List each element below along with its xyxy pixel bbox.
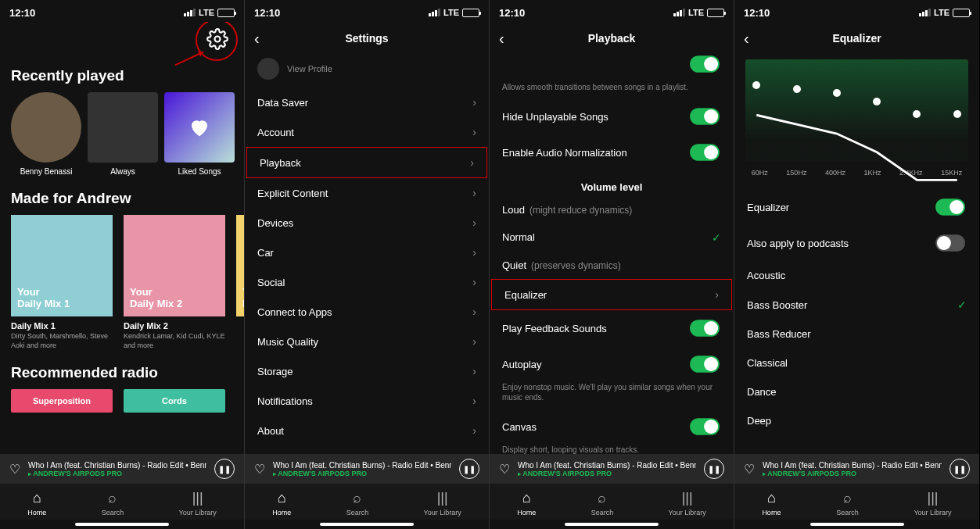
pause-icon[interactable]: ❚❚ [214,459,235,479]
chevron-right-icon: › [472,96,476,109]
back-icon[interactable]: ‹ [499,30,504,48]
heart-icon[interactable]: ♡ [254,462,265,477]
canvas-row: Canvas [490,409,734,445]
tab-home[interactable]: ⌂Home [272,490,291,516]
daily-mix-item[interactable]: Your Daily Mix 2Daily Mix 2Kendrick Lama… [124,215,225,350]
settings-item-playback[interactable]: Playback› [246,147,487,178]
search-icon: ⌕ [108,490,117,506]
recently-played-title: Recently played [0,56,244,89]
toggle-switch[interactable] [690,418,720,435]
bottom-area: ♡ Who I Am (feat. Christian Burns) - Rad… [0,454,244,529]
preset-bass-booster[interactable]: Bass Booster✓ [734,290,979,320]
recently-played-item[interactable]: Benny Benassi [11,92,81,176]
eq-node[interactable] [793,85,801,93]
home-indicator [75,523,169,526]
svg-point-0 [215,37,221,42]
toggle-switch[interactable] [690,320,720,337]
settings-item-social[interactable]: Social› [245,267,489,297]
tab-search[interactable]: ⌕Search [836,490,859,516]
heart-icon[interactable]: ♡ [744,462,755,477]
settings-item-about[interactable]: About› [245,416,489,445]
eq-node[interactable] [752,81,760,89]
settings-item-car[interactable]: Car› [245,238,489,267]
chevron-right-icon: › [472,395,476,407]
tab-home[interactable]: ⌂Home [762,490,781,516]
hide-unplayable-row: Hide Unplayable Songs [490,98,734,134]
statusbar: 12:10 LTE [245,0,489,22]
battery-icon [217,9,235,17]
check-icon: ✓ [957,298,967,311]
toggle-switch[interactable] [935,198,965,216]
settings-item-connect-to-apps[interactable]: Connect to Apps› [245,297,489,327]
toggle-switch[interactable] [690,356,720,373]
heart-icon[interactable]: ♡ [499,462,510,477]
preset-classical[interactable]: Classical [734,348,979,377]
settings-gear-icon[interactable] [206,28,228,50]
preset-bass-reducer[interactable]: Bass Reducer [734,320,979,348]
settings-item-storage[interactable]: Storage› [245,356,489,386]
preset-dance[interactable]: Dance [734,377,979,406]
chevron-right-icon: › [472,276,476,288]
made-for-title: Made for Andrew [0,179,244,212]
now-playing-bar[interactable]: ♡Who I Am (feat. Christian Burns) - Radi… [490,454,734,484]
tab-library[interactable]: |||Your Library [914,490,951,516]
tab-home[interactable]: ⌂Home [27,490,46,516]
pause-icon[interactable]: ❚❚ [949,459,970,479]
screen-playback: 12:10LTE ‹Playback Allows smooth transit… [490,0,734,529]
equalizer-graph[interactable] [745,59,968,161]
tab-search[interactable]: ⌕Search [591,490,614,516]
toggle-switch[interactable] [690,144,720,161]
recently-played-item[interactable]: Always [88,92,158,176]
preset-deep[interactable]: Deep [734,406,979,435]
eq-node[interactable] [833,89,841,97]
radio-item[interactable]: Cords [124,389,225,413]
chevron-right-icon: › [472,335,476,348]
statusbar: 12:10 LTE [0,0,244,22]
daily-mix-item[interactable]: Your Daily Mix 1Daily Mix 1Dirty South, … [11,215,113,350]
eq-node[interactable] [913,110,921,118]
settings-item-music-quality[interactable]: Music Quality› [245,327,489,356]
tab-search[interactable]: ⌕Search [102,490,124,516]
volume-quiet[interactable]: Quiet(preserves dynamics) [490,252,734,279]
autoplay-row: Autoplay [490,346,734,382]
chevron-right-icon: › [472,246,476,259]
equalizer-row[interactable]: Equalizer› [491,279,732,310]
eq-node[interactable] [873,98,881,105]
profile-row[interactable]: View Profile [245,55,489,88]
recently-played-item[interactable]: Liked Songs [164,92,235,176]
tab-home[interactable]: ⌂Home [517,490,536,516]
now-playing-bar[interactable]: ♡Who I Am (feat. Christian Burns) - Radi… [734,454,979,484]
normalization-row: Enable Audio Normalization [490,134,734,170]
pause-icon[interactable]: ❚❚ [459,459,479,479]
back-icon[interactable]: ‹ [744,30,749,48]
now-playing-bar[interactable]: ♡Who I Am (feat. Christian Burns) - Radi… [245,454,489,484]
gapless-toggle-row [490,55,734,82]
now-playing-bar[interactable]: ♡ Who I Am (feat. Christian Burns) - Rad… [0,454,244,484]
chevron-right-icon: › [470,156,474,169]
status-time: 12:10 [9,7,35,19]
heart-icon[interactable]: ♡ [9,462,20,477]
tab-library[interactable]: |||Your Library [424,490,461,516]
daily-mix-item[interactable]: Y D [236,215,244,350]
settings-item-data-saver[interactable]: Data Saver› [245,88,489,117]
chevron-right-icon: › [472,365,476,377]
page-title: Playback [588,32,636,45]
pause-icon[interactable]: ❚❚ [704,459,724,479]
tab-library[interactable]: |||Your Library [669,490,706,516]
settings-item-notifications[interactable]: Notifications› [245,386,489,416]
volume-normal[interactable]: Normal✓ [490,223,734,252]
toggle-switch[interactable] [935,234,965,252]
radio-item[interactable]: Superposition [11,389,113,413]
volume-loud[interactable]: Loud(might reduce dynamics) [490,196,734,223]
toggle-switch[interactable] [690,108,720,125]
settings-item-explicit-content[interactable]: Explicit Content› [245,178,489,208]
tab-library[interactable]: |||Your Library [179,490,217,516]
eq-node[interactable] [953,110,961,118]
feedback-row: Play Feedback Sounds [490,310,734,346]
tab-search[interactable]: ⌕Search [346,490,369,516]
back-icon[interactable]: ‹ [254,30,260,48]
settings-item-account[interactable]: Account› [245,117,489,147]
page-title: Equalizer [832,32,881,45]
settings-item-devices[interactable]: Devices› [245,208,489,238]
toggle-switch[interactable] [690,55,720,73]
